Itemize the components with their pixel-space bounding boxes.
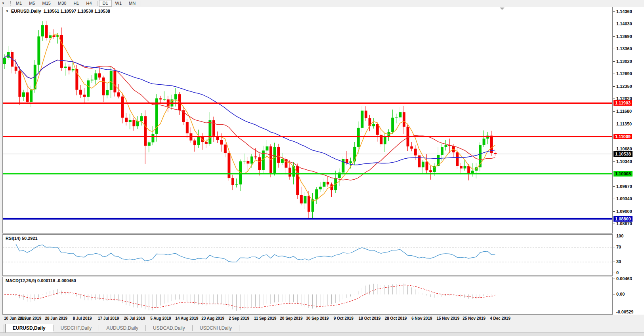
chart-symbol-label: EURUSD,Daily — [11, 9, 41, 13]
axis-tick-mark — [613, 86, 615, 87]
axis-tick-mark — [613, 186, 615, 187]
date-tick-label: 6 Nov 2019 — [411, 316, 432, 321]
price-tick-label: 1.11350 — [616, 121, 632, 126]
price-tick-label: 1.13020 — [616, 59, 632, 64]
rsi-chart[interactable] — [3, 235, 612, 275]
price-tick-label: 1.09340 — [616, 196, 632, 201]
date-tick-label: 20 Sep 2019 — [280, 316, 302, 321]
rsi-level-label: 100 — [616, 233, 623, 238]
chart-tab-audusd[interactable]: AUDUSD,Daily — [99, 324, 145, 332]
timeframe-button-h1[interactable]: H1 — [70, 0, 82, 7]
date-tick-label: 11 Sep 2019 — [254, 316, 277, 321]
chart-tab-usdcnh[interactable]: USDCNH,Daily — [193, 324, 239, 332]
date-tick-label: 8 Jul 2019 — [73, 316, 92, 321]
date-tick-label: 28 Jun 2019 — [45, 316, 67, 321]
date-tick-label: 25 Nov 2019 — [462, 316, 485, 321]
chart-tab-eurusd[interactable]: EURUSD,Daily — [5, 324, 53, 332]
rsi-level-label: 70 — [616, 245, 621, 249]
tab-separator — [239, 325, 239, 331]
axis-tick-mark — [613, 262, 615, 262]
price-badge-1.08800: 1.08800 — [613, 216, 633, 222]
price-tick-label: 1.14360 — [616, 9, 632, 14]
date-tick-label: 18 Oct 2019 — [359, 316, 381, 321]
price-tick-label: 1.12690 — [616, 71, 632, 76]
price-tick-label: 1.08670 — [616, 221, 632, 226]
axis-tick-mark — [613, 24, 615, 24]
date-tick-label: 17 Jul 2019 — [98, 316, 119, 321]
toolbar-grip[interactable] — [8, 1, 11, 6]
timeframe-button-mn[interactable]: MN — [125, 0, 139, 7]
axis-tick-mark — [613, 273, 615, 273]
date-tick-label: 19 Jun 2019 — [19, 316, 42, 321]
date-tick-label: 15 Nov 2019 — [436, 316, 459, 321]
axis-tick-mark — [613, 149, 615, 149]
price-badge-1.10008: 1.10008 — [613, 171, 633, 177]
price-tick-label: 1.13690 — [616, 34, 632, 39]
timeframe-toolbar: ▼ M1M5M15M30H1H4D1W1MN — [0, 0, 644, 7]
axis-tick-mark — [613, 111, 615, 112]
chart-tab-usdcad[interactable]: USDCAD,Daily — [146, 324, 192, 332]
axis-tick-mark — [613, 11, 615, 12]
price-tick-label: 1.10340 — [616, 159, 632, 164]
axis-tick-mark — [613, 312, 615, 312]
date-tick-label: 30 Sep 2019 — [306, 316, 329, 321]
price-badge-1.10538: 1.10538 — [613, 151, 633, 157]
chart-dropdown-icon[interactable]: ▼ — [6, 9, 9, 13]
price-tick-label: 1.10680 — [616, 146, 632, 151]
axis-tick-mark — [613, 211, 615, 212]
axis-tick-mark — [613, 124, 615, 124]
price-tick-label: 1.12350 — [616, 84, 632, 89]
macd-indicator-pane[interactable] — [2, 277, 613, 315]
axis-tick-mark — [613, 99, 615, 99]
date-tick-label: 5 Aug 2019 — [150, 316, 171, 321]
macd-tick-label: -0.00529 — [616, 309, 633, 314]
timeframe-buttons: M1M5M15M30H1H4D1W1MN — [12, 0, 143, 7]
price-chart-pane[interactable] — [2, 7, 613, 233]
candlestick-chart[interactable] — [3, 7, 612, 233]
tab-bar-gutter[interactable] — [0, 325, 4, 332]
macd-chart[interactable] — [3, 277, 612, 314]
macd-tick-label: 0.00 — [616, 292, 625, 296]
date-tick-label: 23 Aug 2019 — [201, 316, 224, 321]
chart-header: ▼ EURUSD,Daily 1.10561 1.10597 1.10530 1… — [6, 9, 110, 13]
axis-tick-mark — [613, 49, 615, 49]
chart-ohlc-values: 1.10561 1.10597 1.10530 1.10538 — [44, 9, 110, 13]
date-tick-label: 4 Dec 2019 — [490, 316, 510, 321]
price-tick-label: 1.11680 — [616, 109, 632, 114]
chart-tab-usdchf[interactable]: USDCHF,Daily — [54, 324, 99, 332]
macd-tick-label: 0.00463 — [616, 276, 632, 281]
rsi-indicator-pane[interactable] — [2, 234, 613, 276]
toolbar-dropdown-icon[interactable]: ▼ — [0, 2, 6, 5]
timeframe-button-d1[interactable]: D1 — [99, 0, 112, 7]
date-tick-label: 26 Jul 2019 — [124, 316, 145, 321]
chart-shift-marker-icon[interactable] — [500, 8, 504, 10]
axis-tick-mark — [613, 74, 615, 74]
price-tick-label: 1.09670 — [616, 184, 632, 189]
axis-tick-mark — [613, 247, 615, 247]
macd-label: MACD(12,26,9) 0.000118 -0.000450 — [6, 278, 76, 283]
rsi-level-label: 30 — [616, 259, 621, 264]
price-axis: 1.143601.140301.136901.133601.130201.126… — [613, 7, 644, 315]
date-tick-label: 28 Oct 2019 — [385, 316, 407, 321]
axis-tick-mark — [613, 224, 615, 224]
price-badge-1.11903: 1.11903 — [613, 100, 632, 106]
axis-tick-mark — [613, 236, 615, 236]
timeframe-button-m1[interactable]: M1 — [12, 0, 25, 7]
axis-tick-mark — [613, 161, 615, 162]
timeframe-button-w1[interactable]: W1 — [112, 0, 126, 7]
price-tick-label: 1.09000 — [616, 209, 632, 214]
toolbar-separator — [141, 1, 141, 6]
price-badge-1.11009: 1.11009 — [613, 134, 632, 139]
axis-tick-mark — [613, 279, 615, 279]
rsi-label: RSI(14) 50.2921 — [6, 236, 38, 241]
bottom-status-strip — [0, 332, 644, 336]
axis-tick-mark — [613, 199, 615, 199]
timeframe-button-m15[interactable]: M15 — [39, 0, 54, 7]
timeframe-button-m5[interactable]: M5 — [25, 0, 38, 7]
toolbar-separator — [97, 1, 97, 6]
date-axis: 10 Jun 201919 Jun 201928 Jun 20198 Jul 2… — [2, 315, 644, 323]
trading-terminal-window: ▼ M1M5M15M30H1H4D1W1MN ▼ EURUSD,Daily 1.… — [0, 0, 644, 336]
timeframe-button-m30[interactable]: M30 — [54, 0, 70, 7]
date-tick-label: 2 Sep 2019 — [229, 316, 249, 321]
timeframe-button-h4[interactable]: H4 — [82, 0, 95, 7]
